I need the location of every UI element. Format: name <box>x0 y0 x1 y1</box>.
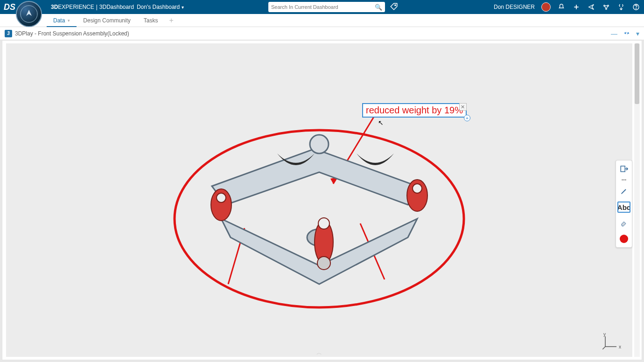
exit-tool-icon[interactable] <box>617 163 630 174</box>
scrollbar[interactable] <box>634 43 640 357</box>
color-swatch[interactable] <box>617 233 630 244</box>
add-tab-button[interactable]: + <box>164 14 178 27</box>
tab-data[interactable]: Data ▾ <box>47 14 77 27</box>
resize-handle-icon[interactable]: + <box>464 115 470 121</box>
add-icon[interactable] <box>572 3 581 11</box>
compass-icon[interactable] <box>16 1 42 27</box>
widget-header: 3 3DPlay - Front Suspension Assembly(Loc… <box>0 27 644 40</box>
viewport-3d[interactable]: reduced weight by 19% ✕ + ↖ y x ︿ <box>6 43 632 357</box>
axis-triad: y x <box>602 334 618 350</box>
close-icon[interactable]: ✕ <box>459 103 467 111</box>
top-right-tools: Don DESIGNER <box>494 0 640 14</box>
eraser-tool-icon[interactable] <box>617 217 630 229</box>
minimize-icon[interactable]: — <box>611 30 617 37</box>
search-icon[interactable]: 🔍 <box>375 4 382 11</box>
separator: ••• <box>622 179 627 181</box>
svg-line-24 <box>602 347 605 349</box>
tab-strip: Data ▾ Design Community Tasks + <box>0 14 644 27</box>
svg-point-5 <box>606 8 607 10</box>
notification-icon[interactable] <box>557 3 566 11</box>
ds-logo: DS <box>4 2 15 12</box>
search-input[interactable] <box>271 4 375 10</box>
dashboard-name[interactable]: Don's Dashboard <box>137 4 180 10</box>
user-name[interactable]: Don DESIGNER <box>494 4 535 10</box>
cursor-icon: ↖ <box>378 119 384 126</box>
axis-x-label: x <box>619 344 621 349</box>
brand-label: 3DEXPERIENCE|3DDashboard <box>51 4 134 10</box>
apps-icon[interactable] <box>617 3 625 11</box>
chevron-down-icon[interactable]: ▾ <box>68 18 70 23</box>
scroll-thumb[interactable] <box>635 43 639 104</box>
tag-icon[interactable] <box>390 2 398 13</box>
share-icon[interactable] <box>587 3 595 11</box>
app-icon: 3 <box>5 30 12 37</box>
annotation-textbox[interactable]: reduced weight by 19% ✕ + <box>362 103 467 118</box>
tab-label: Tasks <box>144 17 158 24</box>
help-icon[interactable] <box>632 3 640 11</box>
chevron-down-icon[interactable]: ▾ <box>636 30 639 37</box>
viewer-frame: reduced weight by 19% ✕ + ↖ y x ︿ ••• Ab… <box>2 40 642 360</box>
chevron-down-icon[interactable]: ▾ <box>182 5 184 10</box>
pencil-tool-icon[interactable] <box>617 186 630 197</box>
svg-point-3 <box>604 5 605 7</box>
svg-point-4 <box>608 5 609 7</box>
text-tool-button[interactable]: Abc <box>617 202 630 213</box>
collapse-icon[interactable] <box>624 30 630 37</box>
top-bar: DS 3DEXPERIENCE|3DDashboard Don's Dashbo… <box>0 0 644 14</box>
svg-point-20 <box>317 257 330 270</box>
avatar[interactable] <box>541 2 551 12</box>
tab-tasks[interactable]: Tasks <box>137 14 165 27</box>
svg-point-18 <box>217 193 226 202</box>
search-box[interactable]: 🔍 <box>268 2 385 12</box>
widget-title: 3DPlay - Front Suspension Assembly(Locke… <box>15 30 129 37</box>
svg-point-13 <box>310 135 329 153</box>
svg-point-7 <box>636 8 636 9</box>
svg-point-2 <box>395 5 396 6</box>
markup-toolbar: ••• Abc <box>616 160 632 248</box>
svg-marker-1 <box>26 10 32 16</box>
axis-y-label: y <box>603 332 606 337</box>
tab-design-community[interactable]: Design Community <box>77 14 137 27</box>
collaborate-icon[interactable] <box>602 3 610 11</box>
tab-label: Data <box>53 17 65 24</box>
svg-point-21 <box>318 218 329 229</box>
svg-point-19 <box>413 184 422 193</box>
expand-handle-icon[interactable]: ︿ <box>316 349 322 357</box>
svg-rect-25 <box>621 166 625 172</box>
annotation-text: reduced weight by 19% <box>366 105 463 115</box>
tab-label: Design Community <box>83 17 130 24</box>
